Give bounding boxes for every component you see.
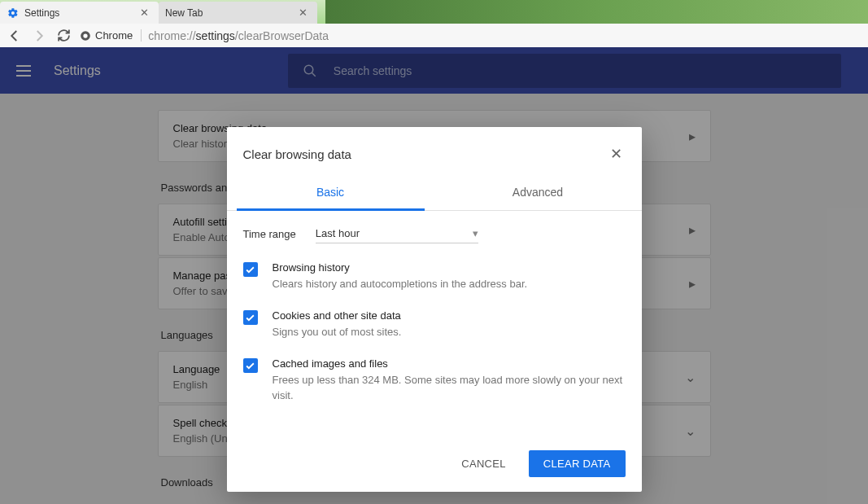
- time-range-value: Last hour: [316, 227, 360, 239]
- tab-settings[interactable]: Settings ✕: [0, 2, 159, 24]
- dialog-title: Clear browsing data: [243, 147, 607, 161]
- svg-point-1: [83, 33, 87, 37]
- check-desc: Clears history and autocompletions in th…: [273, 277, 528, 291]
- checkbox-cache[interactable]: [243, 358, 258, 373]
- browser-chrome: Settings ✕ New Tab ✕ Chrome chrome://set…: [0, 0, 868, 47]
- browser-toolbar: Chrome chrome://settings/clearBrowserDat…: [0, 24, 868, 47]
- check-title: Browsing history: [273, 261, 528, 274]
- address-bar[interactable]: Chrome chrome://settings/clearBrowserDat…: [80, 26, 861, 46]
- check-icon: [245, 313, 255, 323]
- clear-data-button[interactable]: CLEAR DATA: [529, 450, 626, 477]
- clear-browsing-data-dialog: Clear browsing data ✕ Basic Advanced Tim…: [227, 127, 642, 492]
- check-cookies: Cookies and other site data Signs you ou…: [243, 309, 626, 340]
- tab-basic[interactable]: Basic: [227, 176, 434, 210]
- tab-title: Settings: [24, 7, 59, 19]
- cancel-button[interactable]: CANCEL: [447, 450, 521, 477]
- back-button[interactable]: [7, 28, 23, 44]
- close-icon[interactable]: ✕: [607, 142, 626, 166]
- check-icon: [245, 361, 255, 371]
- check-desc: Signs you out of most sites.: [273, 325, 402, 340]
- tab-newtab[interactable]: New Tab ✕: [159, 2, 317, 24]
- tab-title: New Tab: [165, 7, 203, 19]
- url-text: chrome://settings/clearBrowserData: [148, 29, 329, 42]
- check-title: Cached images and files: [273, 357, 626, 370]
- tab-strip: Settings ✕ New Tab ✕: [0, 0, 868, 24]
- check-title: Cookies and other site data: [273, 309, 402, 322]
- check-icon: [245, 265, 255, 275]
- forward-button[interactable]: [31, 28, 47, 44]
- gear-icon: [7, 7, 20, 20]
- site-badge-text: Chrome: [95, 29, 133, 42]
- tab-advanced[interactable]: Advanced: [434, 176, 642, 210]
- tabstrip-background: [325, 0, 868, 24]
- time-range-label: Time range: [243, 228, 296, 240]
- checkbox-browsing-history[interactable]: [243, 262, 258, 277]
- tab-close-icon[interactable]: ✕: [137, 7, 152, 19]
- tab-close-icon[interactable]: ✕: [295, 7, 311, 19]
- check-cache: Cached images and files Frees up less th…: [243, 357, 626, 402]
- time-range-select[interactable]: Last hour ▾: [316, 224, 478, 243]
- site-badge: Chrome: [80, 29, 142, 42]
- checkbox-cookies[interactable]: [243, 310, 258, 325]
- reload-button[interactable]: [55, 28, 72, 44]
- check-browsing-history: Browsing history Clears history and auto…: [243, 261, 626, 291]
- check-desc: Frees up less than 324 MB. Some sites ma…: [273, 373, 626, 402]
- dropdown-icon: ▾: [473, 227, 478, 239]
